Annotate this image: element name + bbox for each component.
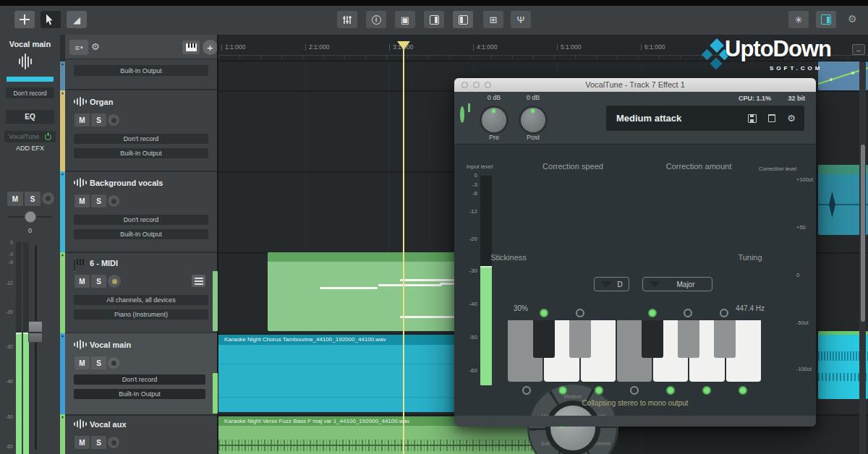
track-input-button[interactable]: All channels, all devices (74, 295, 208, 305)
track-name[interactable]: Background vocals (90, 179, 163, 187)
track-name[interactable]: Vocal main (90, 340, 131, 349)
settings-gear-icon[interactable]: ⚙ (848, 13, 857, 25)
note-toggle-fsharp[interactable] (648, 309, 657, 317)
track-solo-button[interactable]: S (91, 113, 106, 127)
volume-fader-handle[interactable] (28, 321, 43, 343)
fade-tool-button[interactable]: ◢ (67, 11, 87, 28)
fade-icon: ◢ (73, 14, 80, 25)
track-panel-header: ≡▾ ⚙ + (65, 35, 217, 59)
mixer-button[interactable] (337, 11, 357, 28)
note-toggle-g[interactable] (666, 386, 675, 395)
strip-segment[interactable]: ▼ (60, 252, 65, 333)
note-toggle-csharp[interactable] (540, 309, 548, 317)
close-icon[interactable] (461, 82, 468, 88)
key-asharp[interactable] (714, 320, 736, 358)
browser-toggle-button[interactable] (816, 11, 836, 28)
pan-slider-knob[interactable] (25, 211, 36, 223)
zoom-fit-button[interactable]: ↔ (852, 44, 865, 55)
note-toggle-c[interactable] (522, 386, 531, 395)
record-mode-button[interactable]: Don't record (6, 87, 54, 98)
track-record-arm-button[interactable] (108, 114, 119, 126)
key-dsharp[interactable] (569, 320, 591, 358)
strip-segment[interactable]: ▼ (60, 414, 65, 454)
note-toggle-asharp[interactable] (720, 309, 728, 317)
sidebar-solo-button[interactable]: S (25, 192, 41, 206)
move-tool-button[interactable] (14, 11, 35, 28)
scale-dropdown[interactable]: Major (642, 277, 712, 291)
track-record-arm-button[interactable] (108, 437, 119, 448)
automation-button[interactable]: ✳ (788, 11, 809, 28)
key-fsharp[interactable] (642, 320, 663, 358)
plugin-title-bar[interactable]: VocalTune - Track 7 Effect 1 (454, 78, 816, 92)
sidebar-record-arm-button[interactable] (42, 192, 54, 205)
vocaltune-plugin-button[interactable]: VocalTune (4, 131, 56, 142)
track-output-button[interactable]: Built-In Output (74, 389, 205, 399)
plugin-power-button[interactable] (460, 106, 464, 123)
track-output-button[interactable]: Built-In Output (74, 65, 208, 76)
track-mute-button[interactable]: M (75, 356, 90, 369)
track-name[interactable]: Vocal aux (90, 420, 127, 429)
audio-clip-tambourine[interactable]: Karaoke Night Chorus Tambourine_44100_19… (218, 335, 466, 412)
info-button[interactable]: i (366, 11, 386, 28)
panel-right-button[interactable] (453, 11, 473, 28)
key-csharp[interactable] (533, 320, 555, 358)
note-toggle-dsharp[interactable] (576, 309, 584, 317)
pointer-tool-button[interactable] (41, 11, 61, 28)
note-toggle-a[interactable] (702, 386, 711, 395)
piano-roll-button[interactable] (192, 275, 205, 287)
track-record-mode-button[interactable]: Don't record (74, 134, 208, 144)
maximize-icon[interactable] (485, 82, 491, 88)
strip-segment[interactable]: ▼ (60, 90, 65, 171)
track-mute-button[interactable]: M (75, 275, 90, 288)
virtual-keyboard-button[interactable] (182, 40, 200, 54)
panel-left-button[interactable] (424, 11, 444, 28)
track-mute-button[interactable]: M (75, 113, 90, 127)
track-record-arm-button[interactable] (108, 275, 121, 288)
strip-segment[interactable]: ▼ (60, 61, 65, 90)
vertical-scrollbar[interactable] (859, 61, 866, 454)
scrollbar-thumb[interactable] (861, 145, 865, 322)
note-toggle-f[interactable] (630, 386, 639, 395)
track-record-mode-button[interactable]: Don't record (74, 215, 208, 225)
track-mute-button[interactable]: M (75, 194, 90, 207)
track-record-arm-button[interactable] (108, 195, 119, 207)
track-solo-button[interactable]: S (91, 436, 106, 449)
sidebar-mute-button[interactable]: M (7, 192, 23, 206)
key-dropdown[interactable]: D (594, 277, 629, 291)
preset-selector[interactable]: Medium attack ⚙ (606, 106, 804, 131)
selected-track-row[interactable] (65, 333, 217, 414)
midi-clip[interactable] (268, 252, 459, 331)
note-toggle-d[interactable] (558, 386, 567, 395)
note-toggle-gsharp[interactable] (684, 309, 692, 317)
strip-segment[interactable]: ▼ (60, 333, 65, 414)
save-preset-icon[interactable] (748, 114, 757, 123)
delete-preset-icon[interactable] (768, 114, 775, 122)
note-toggle-b[interactable] (739, 386, 747, 395)
timeline-ruler[interactable]: 1:1:000 2:1:000 3:1:000 4:1:000 5:1:000 … (218, 35, 868, 61)
track-solo-button[interactable]: S (91, 194, 106, 207)
track-solo-button[interactable]: S (91, 275, 106, 288)
track-settings-gear-icon[interactable]: ⚙ (91, 41, 100, 52)
add-instrument-button[interactable]: ⊞ (483, 11, 503, 28)
track-name[interactable]: Organ (90, 98, 113, 106)
track-solo-button[interactable]: S (91, 356, 106, 369)
eq-button[interactable]: EQ (6, 110, 54, 124)
track-output-button[interactable]: Built-In Output (74, 148, 208, 158)
track-filter-button[interactable]: ≡▾ (69, 40, 88, 55)
add-track-button[interactable]: + (203, 40, 218, 55)
add-efx-button[interactable]: ADD EFX (0, 145, 60, 152)
key-gsharp[interactable] (678, 320, 699, 358)
track-mute-button[interactable]: M (75, 436, 90, 449)
note-toggle-e[interactable] (595, 386, 603, 395)
power-icon (45, 134, 51, 140)
grid-select-button[interactable]: ▣ (395, 11, 415, 28)
track-record-arm-button[interactable] (108, 357, 119, 369)
preset-settings-icon[interactable]: ⚙ (787, 113, 796, 124)
minimize-icon[interactable] (473, 82, 480, 88)
track-output-button[interactable]: Built-In Output (74, 229, 208, 239)
track-record-mode-button[interactable]: Don't record (74, 374, 205, 385)
tuner-button[interactable]: Ψ (511, 11, 531, 28)
track-output-button[interactable]: Piano (Instrument) (74, 309, 208, 320)
track-name[interactable]: 6 - MIDI (90, 259, 118, 267)
strip-segment[interactable]: ▼ (60, 171, 65, 252)
